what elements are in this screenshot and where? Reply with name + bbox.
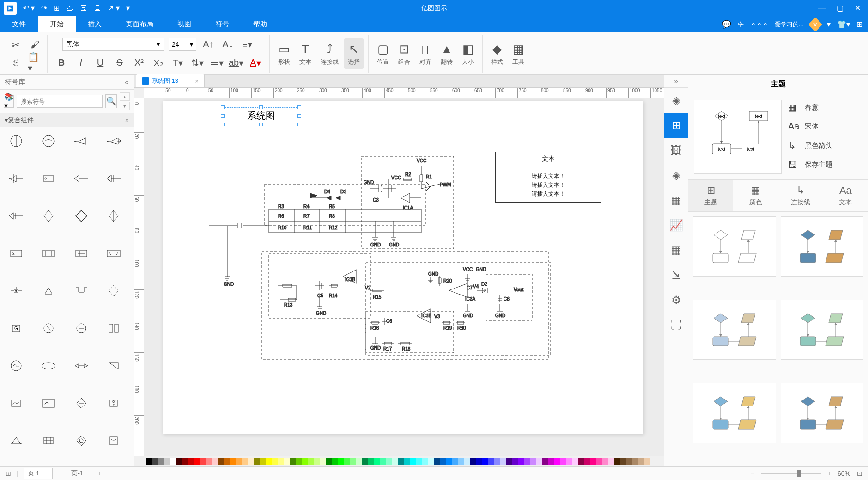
color-swatch[interactable] [476,458,482,465]
size-button[interactable]: ◧大小 [458,38,478,69]
resize-handle[interactable] [221,123,225,126]
menu-tab-symbol[interactable]: 符号 [203,16,241,32]
menu-tab-start[interactable]: 开始 [38,16,76,32]
color-swatch[interactable] [176,458,182,465]
settings-icon[interactable]: ⚙ [664,288,688,313]
color-swatch[interactable] [152,458,158,465]
color-swatch[interactable] [164,458,170,465]
color-swatch[interactable] [524,458,530,465]
bold-icon[interactable]: B [54,55,69,70]
color-swatch[interactable] [230,458,236,465]
canvas-title-selected[interactable]: 系统图 [223,107,299,124]
color-swatch[interactable] [182,458,188,465]
color-swatch[interactable] [386,458,392,465]
symbol-item[interactable] [4,281,29,301]
section-close-icon[interactable]: × [125,117,129,124]
symbol-item[interactable] [69,393,94,413]
underline-icon[interactable]: U [93,55,108,70]
qat-more-icon[interactable]: ▾ [126,4,130,12]
feedback-icon[interactable]: 💬 [722,20,731,29]
symbol-item[interactable] [101,206,126,226]
increase-font-icon[interactable]: A↑ [201,37,216,52]
color-swatch[interactable] [632,458,638,465]
color-swatch[interactable] [212,458,218,465]
theme-thumbnail[interactable] [693,300,776,360]
color-swatch[interactable] [332,458,338,465]
theme-thumbnail[interactable] [693,383,776,443]
color-swatch[interactable] [590,458,596,465]
image-icon[interactable]: 🖼 [664,138,688,163]
ruler-horizontal[interactable]: -500501001502002503003504004505005506006… [144,88,664,98]
symbol-item[interactable] [69,356,94,376]
up-arrow-icon[interactable]: ▴ [120,92,130,101]
color-swatch[interactable] [362,458,368,465]
color-swatch[interactable] [302,458,308,465]
down-arrow-icon[interactable]: ▾ [120,102,130,110]
shape-button[interactable]: ▭形状 [274,38,294,69]
theme-thumbnail[interactable] [781,300,864,360]
theme-option-arrow[interactable]: ↳黑色箭头 [788,140,861,151]
select-button[interactable]: ↖选择 [344,38,364,69]
color-swatch[interactable] [500,458,506,465]
theme-option-font[interactable]: Aa宋体 [788,121,861,132]
fit-page-icon[interactable]: ⊡ [857,470,862,477]
color-swatch[interactable] [488,458,494,465]
subtab-color[interactable]: ▦颜色 [733,180,778,211]
color-swatch[interactable] [494,458,500,465]
color-swatch[interactable] [644,458,650,465]
color-swatch[interactable] [344,458,350,465]
symbol-item[interactable] [69,318,94,338]
symbol-item[interactable] [4,131,29,151]
color-swatch[interactable] [434,458,440,465]
add-page-icon[interactable]: + [97,470,101,477]
subtab-theme[interactable]: ⊞主题 [688,180,733,211]
font-select[interactable]: 黑体▾ [62,38,164,51]
style-button[interactable]: ◆样式 [487,38,507,69]
dropdown-icon[interactable]: ▾ [827,20,831,29]
bullets-icon[interactable]: ≔▾ [209,55,224,70]
page-select[interactable]: 页-1 [24,468,53,479]
color-swatch[interactable] [530,458,536,465]
subscript-icon[interactable]: X₂ [151,55,166,70]
resize-handle[interactable] [221,114,225,118]
symbol-item[interactable] [69,168,94,189]
color-swatch[interactable] [596,458,602,465]
color-swatch[interactable] [308,458,314,465]
color-swatch[interactable] [458,458,464,465]
color-swatch[interactable] [542,458,548,465]
color-swatch[interactable] [626,458,632,465]
menu-tab-view[interactable]: 视图 [165,16,203,32]
color-swatch[interactable] [554,458,560,465]
menu-tab-file[interactable]: 文件 [0,16,38,32]
symbol-item[interactable] [4,168,29,189]
circuit-diagram[interactable]: D4 D3 R3R4R5 R6R7R8 R10R11R12 [190,133,634,429]
text-underline-icon[interactable]: ab▾ [229,55,243,70]
save-icon[interactable]: 🖫 [80,4,87,12]
theme-icon[interactable]: ⊞ [664,113,688,138]
color-swatch[interactable] [200,458,206,465]
tools-button[interactable]: ▦工具 [509,38,528,69]
symbol-item[interactable] [101,431,126,451]
color-swatch[interactable] [242,458,248,465]
library-dropdown[interactable]: 📚▾ [4,95,14,108]
theme-thumbnail[interactable] [781,216,864,277]
color-swatch[interactable] [536,458,542,465]
color-swatch[interactable] [416,458,422,465]
vip-badge[interactable]: V [808,17,822,31]
theme-thumbnail[interactable] [693,216,776,277]
symbol-item[interactable] [4,206,29,226]
color-swatch[interactable] [560,458,566,465]
zoom-in-icon[interactable]: + [827,470,831,477]
document-tab[interactable]: 系统图 13 × [136,74,205,87]
resize-handle[interactable] [297,105,301,109]
color-swatch[interactable] [248,458,254,465]
subtab-text[interactable]: Aa文本 [823,180,868,211]
subtab-connector[interactable]: ↳连接线 [778,180,823,211]
color-swatch[interactable] [446,458,452,465]
symbol-item[interactable] [36,281,61,301]
color-swatch[interactable] [350,458,356,465]
collapse-left-icon[interactable]: « [125,78,129,86]
symbol-item[interactable] [36,356,61,376]
color-swatch[interactable] [158,458,164,465]
menu-tab-help[interactable]: 帮助 [241,16,279,32]
